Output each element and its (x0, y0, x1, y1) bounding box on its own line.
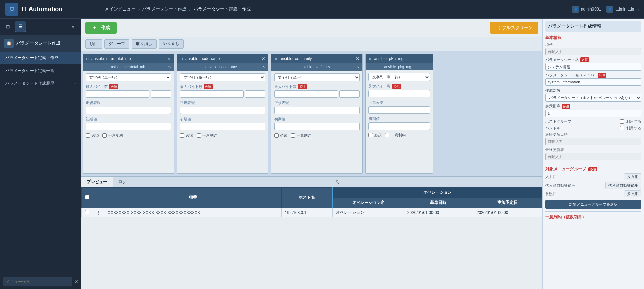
card-4-unique-check[interactable]: 一意制約 (385, 133, 406, 138)
breadcrumb-main[interactable]: メインメニュー (105, 6, 136, 12)
card-4-unique-checkbox[interactable] (385, 133, 389, 137)
breadcrumb-sheet[interactable]: パラメータシート作成 (142, 6, 186, 12)
content-area: ＋ 作成 ⛶ フルスクリーン 項目 グループ 取り消し やり直し ⠿ a (81, 19, 542, 289)
card-3-initial-input[interactable] (274, 123, 360, 130)
grid-view-button[interactable]: ⊞ (3, 21, 14, 32)
card-3-regex-field: 正規表現 (274, 100, 360, 114)
drag-handle-icon-1[interactable]: ⠿ (86, 56, 89, 61)
card-1-unique-checkbox[interactable] (102, 133, 107, 138)
card-1-regex-input[interactable] (86, 107, 171, 114)
required-badge-2: 必須 (204, 84, 213, 89)
card-4-type-select[interactable]: 文字列（単一行） (368, 73, 430, 81)
card-3-max-bytes-input[interactable] (274, 90, 338, 98)
rp-menu-group-title: 対象メニューグループ 必須 (545, 166, 641, 172)
card-4-max-bytes-input[interactable] (368, 90, 430, 97)
card-3-required-check[interactable]: 必須 (274, 133, 287, 138)
preview-table-container[interactable]: 項番 ホスト名 オペレーション オペレーション名 基準日時 実施予定日 (81, 187, 542, 236)
preview-table: 項番 ホスト名 オペレーション オペレーション名 基準日時 実施予定日 (81, 187, 542, 217)
rp-create-target-select[interactable]: パラメータシート（ホスト/オペレーションあり） (545, 94, 641, 102)
drag-handle-icon-2[interactable]: ⠿ (180, 56, 183, 61)
card-2-unique-checkbox[interactable] (197, 133, 201, 138)
card-2-required-check[interactable]: 必須 (180, 133, 193, 138)
rp-sheet-name-rest-input[interactable] (545, 78, 641, 86)
card-4-required-checkbox[interactable] (368, 133, 373, 137)
card-3-type-select[interactable]: 文字列（単一行） (274, 73, 360, 81)
card-3-close[interactable]: ✕ (356, 56, 360, 61)
rp-input-group-value: 入力用 (624, 173, 641, 180)
card-2-max-bytes-input[interactable] (180, 90, 244, 98)
search-input[interactable] (3, 277, 72, 286)
row-checkbox[interactable] (85, 210, 89, 214)
card-2-subheader: ansible_nodename ⤡ (177, 63, 268, 71)
right-panel-title: パラメータシート作成情報 (545, 21, 641, 32)
rp-bundle-check[interactable]: 利用する (620, 126, 641, 131)
sidebar-search-area: ✕ (0, 274, 81, 289)
rp-last-update-date-field: 最終更新日時 (545, 132, 641, 145)
card-2-body: 文字列（単一行） 最大バイト数 必須 64 (177, 71, 268, 173)
card-1-unique-check[interactable]: 一意制約 (102, 133, 123, 138)
drag-handle-icon-3[interactable]: ⠿ (274, 56, 278, 61)
row-menu-cell: ⋮ (93, 208, 104, 217)
rp-sheet-name-rest-field: パラメータシート名（REST） 必須 (545, 73, 641, 86)
collapse-sidebar-button[interactable]: « (67, 21, 78, 32)
card-4-initial-input[interactable] (368, 122, 430, 130)
card-1-close[interactable]: ✕ (167, 56, 171, 61)
card-3-required-checkbox[interactable] (274, 133, 279, 138)
card-1-required-checkbox[interactable] (86, 133, 90, 138)
svg-point-0 (11, 8, 13, 11)
card-3-initial-field: 初期値 (274, 117, 360, 130)
rp-bundle-checkbox[interactable] (620, 126, 624, 130)
tab-log[interactable]: ログ (113, 177, 132, 187)
card-2-unique-check[interactable]: 一意制約 (197, 133, 217, 138)
card-1-initial-input[interactable] (86, 123, 171, 130)
chevron-icon-2: › (75, 82, 76, 85)
redo-button[interactable]: やり直し (159, 39, 184, 49)
user-name-icon: 👤 (606, 6, 613, 13)
app-title: IT Automation (22, 6, 62, 13)
rp-input-group-label: 入力用 (545, 174, 557, 179)
rp-host-group-checkbox[interactable] (620, 119, 624, 124)
rp-host-group-check[interactable]: 利用する (620, 119, 641, 124)
list-view-button[interactable]: ☰ (15, 21, 26, 32)
logo-icon (5, 3, 18, 16)
card-2-initial-field: 初期値 (180, 117, 265, 130)
card-2-close[interactable]: ✕ (261, 56, 265, 61)
sidebar-item-history[interactable]: パラメータシート作成履歴 › (0, 77, 81, 90)
group-button[interactable]: グループ (104, 39, 129, 49)
card-3: ⠿ ansible_os_family ✕ ansible_os_family … (271, 54, 363, 174)
undo-button[interactable]: 取り消し (132, 39, 157, 49)
card-4-title: ansible_pkg_mg... (374, 56, 407, 61)
select-menu-group-button[interactable]: 対象メニューグループを選択 (545, 200, 641, 209)
create-button[interactable]: ＋ 作成 (85, 22, 117, 34)
rp-last-update-user-label: 最終更新者 (545, 147, 641, 152)
card-3-unique-checkbox[interactable] (291, 133, 295, 138)
select-all-checkbox[interactable] (85, 195, 89, 199)
card-4-regex-input[interactable] (368, 106, 430, 114)
rp-basic-info-title: 基本情報 (545, 35, 641, 41)
card-1-max-bytes-input[interactable] (86, 90, 149, 98)
card-3-unique-check[interactable]: 一意制約 (291, 133, 311, 138)
card-2-initial-input[interactable] (180, 123, 265, 130)
card-3-regex-input[interactable] (274, 107, 360, 114)
search-clear-icon[interactable]: ✕ (74, 279, 78, 284)
card-2-regex-input[interactable] (180, 107, 265, 114)
left-sidebar: ⊞ ☰ « 📋 パラメータシート作成 パラメータシート定義・作成 › パラメータ… (0, 19, 81, 289)
card-2-required-checkbox[interactable] (180, 133, 184, 138)
card-1-type-select[interactable]: 文字列（単一行） (86, 73, 171, 81)
card-2-header: ⠿ ansible_nodename ✕ (177, 54, 268, 63)
card-2-type-select[interactable]: 文字列（単一行） (180, 73, 265, 81)
sidebar-item-define-create[interactable]: パラメータシート定義・作成 › (0, 52, 81, 64)
rp-sheet-name-input[interactable] (545, 63, 641, 71)
rp-last-update-date-label: 最終更新日時 (545, 132, 641, 137)
sidebar-item-define-list[interactable]: パラメータシート定義一覧 › (0, 64, 81, 77)
rp-display-order-input[interactable] (545, 110, 641, 117)
card-1-required-check[interactable]: 必須 (86, 133, 99, 138)
item-button[interactable]: 項目 (85, 39, 102, 49)
drag-handle-icon-4[interactable]: ⠿ (368, 56, 372, 61)
card-4-required-check[interactable]: 必須 (368, 133, 382, 138)
row-menu-icon[interactable]: ⋮ (97, 210, 101, 215)
card-2-max-bytes-field: 最大バイト数 必須 64 (180, 84, 265, 98)
tab-preview[interactable]: プレビュー (81, 177, 113, 187)
row-checkbox-cell (82, 208, 93, 217)
fullscreen-button[interactable]: ⛶ フルスクリーン (490, 22, 538, 34)
